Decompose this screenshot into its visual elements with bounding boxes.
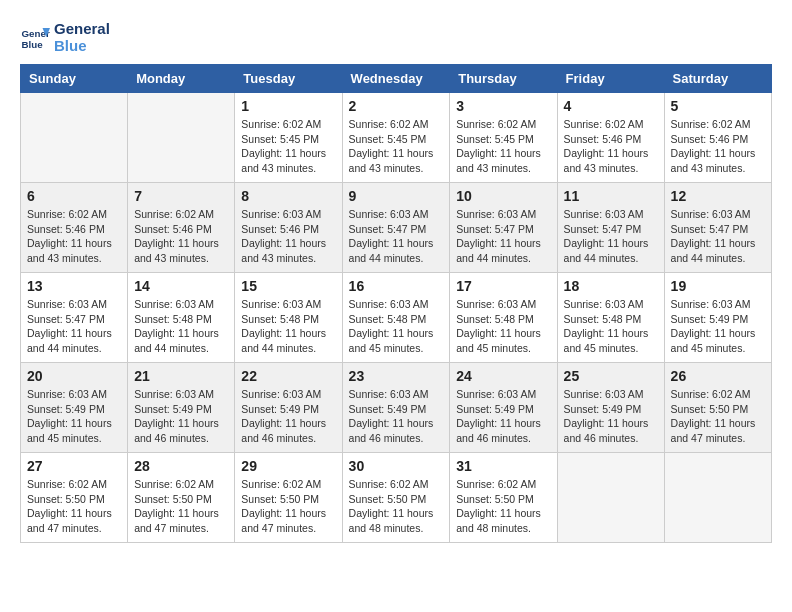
day-info: Sunrise: 6:02 AM Sunset: 5:45 PM Dayligh…: [241, 117, 335, 176]
logo: General Blue General Blue: [20, 20, 110, 54]
day-info: Sunrise: 6:03 AM Sunset: 5:49 PM Dayligh…: [134, 387, 228, 446]
day-number: 1: [241, 98, 335, 114]
calendar-cell: 25Sunrise: 6:03 AM Sunset: 5:49 PM Dayli…: [557, 363, 664, 453]
day-info: Sunrise: 6:02 AM Sunset: 5:50 PM Dayligh…: [134, 477, 228, 536]
day-info: Sunrise: 6:03 AM Sunset: 5:49 PM Dayligh…: [671, 297, 765, 356]
day-info: Sunrise: 6:03 AM Sunset: 5:47 PM Dayligh…: [27, 297, 121, 356]
day-info: Sunrise: 6:02 AM Sunset: 5:45 PM Dayligh…: [349, 117, 444, 176]
weekday-header-thursday: Thursday: [450, 65, 557, 93]
logo-blue: Blue: [54, 37, 110, 54]
calendar-cell: 5Sunrise: 6:02 AM Sunset: 5:46 PM Daylig…: [664, 93, 771, 183]
calendar-week-row: 13Sunrise: 6:03 AM Sunset: 5:47 PM Dayli…: [21, 273, 772, 363]
day-number: 7: [134, 188, 228, 204]
day-number: 21: [134, 368, 228, 384]
calendar-cell: 6Sunrise: 6:02 AM Sunset: 5:46 PM Daylig…: [21, 183, 128, 273]
calendar-cell: 8Sunrise: 6:03 AM Sunset: 5:46 PM Daylig…: [235, 183, 342, 273]
day-info: Sunrise: 6:02 AM Sunset: 5:50 PM Dayligh…: [671, 387, 765, 446]
day-number: 14: [134, 278, 228, 294]
day-number: 30: [349, 458, 444, 474]
day-info: Sunrise: 6:03 AM Sunset: 5:48 PM Dayligh…: [349, 297, 444, 356]
day-number: 12: [671, 188, 765, 204]
day-info: Sunrise: 6:02 AM Sunset: 5:50 PM Dayligh…: [241, 477, 335, 536]
day-number: 31: [456, 458, 550, 474]
calendar-cell: 19Sunrise: 6:03 AM Sunset: 5:49 PM Dayli…: [664, 273, 771, 363]
calendar-cell: 4Sunrise: 6:02 AM Sunset: 5:46 PM Daylig…: [557, 93, 664, 183]
svg-text:Blue: Blue: [22, 39, 44, 50]
calendar-cell: 12Sunrise: 6:03 AM Sunset: 5:47 PM Dayli…: [664, 183, 771, 273]
calendar-cell: 14Sunrise: 6:03 AM Sunset: 5:48 PM Dayli…: [128, 273, 235, 363]
day-number: 11: [564, 188, 658, 204]
calendar-cell: 20Sunrise: 6:03 AM Sunset: 5:49 PM Dayli…: [21, 363, 128, 453]
day-info: Sunrise: 6:03 AM Sunset: 5:48 PM Dayligh…: [564, 297, 658, 356]
day-info: Sunrise: 6:02 AM Sunset: 5:46 PM Dayligh…: [134, 207, 228, 266]
day-number: 20: [27, 368, 121, 384]
logo-general: General: [54, 20, 110, 37]
calendar-week-row: 1Sunrise: 6:02 AM Sunset: 5:45 PM Daylig…: [21, 93, 772, 183]
day-number: 10: [456, 188, 550, 204]
calendar-week-row: 6Sunrise: 6:02 AM Sunset: 5:46 PM Daylig…: [21, 183, 772, 273]
day-number: 5: [671, 98, 765, 114]
day-info: Sunrise: 6:02 AM Sunset: 5:50 PM Dayligh…: [27, 477, 121, 536]
day-info: Sunrise: 6:03 AM Sunset: 5:48 PM Dayligh…: [241, 297, 335, 356]
calendar-cell: 10Sunrise: 6:03 AM Sunset: 5:47 PM Dayli…: [450, 183, 557, 273]
day-number: 9: [349, 188, 444, 204]
day-info: Sunrise: 6:03 AM Sunset: 5:47 PM Dayligh…: [456, 207, 550, 266]
calendar-week-row: 20Sunrise: 6:03 AM Sunset: 5:49 PM Dayli…: [21, 363, 772, 453]
calendar-cell: 11Sunrise: 6:03 AM Sunset: 5:47 PM Dayli…: [557, 183, 664, 273]
calendar-cell: 22Sunrise: 6:03 AM Sunset: 5:49 PM Dayli…: [235, 363, 342, 453]
weekday-header-tuesday: Tuesday: [235, 65, 342, 93]
page-header: General Blue General Blue: [20, 20, 772, 54]
day-number: 19: [671, 278, 765, 294]
day-info: Sunrise: 6:03 AM Sunset: 5:49 PM Dayligh…: [456, 387, 550, 446]
calendar-cell: 9Sunrise: 6:03 AM Sunset: 5:47 PM Daylig…: [342, 183, 450, 273]
day-info: Sunrise: 6:03 AM Sunset: 5:46 PM Dayligh…: [241, 207, 335, 266]
day-number: 6: [27, 188, 121, 204]
day-info: Sunrise: 6:03 AM Sunset: 5:47 PM Dayligh…: [671, 207, 765, 266]
calendar-cell: 2Sunrise: 6:02 AM Sunset: 5:45 PM Daylig…: [342, 93, 450, 183]
calendar-cell: 17Sunrise: 6:03 AM Sunset: 5:48 PM Dayli…: [450, 273, 557, 363]
day-number: 22: [241, 368, 335, 384]
day-number: 13: [27, 278, 121, 294]
calendar-cell: 29Sunrise: 6:02 AM Sunset: 5:50 PM Dayli…: [235, 453, 342, 543]
logo-icon: General Blue: [20, 22, 50, 52]
calendar-cell: 16Sunrise: 6:03 AM Sunset: 5:48 PM Dayli…: [342, 273, 450, 363]
day-info: Sunrise: 6:03 AM Sunset: 5:49 PM Dayligh…: [27, 387, 121, 446]
calendar-cell: 18Sunrise: 6:03 AM Sunset: 5:48 PM Dayli…: [557, 273, 664, 363]
day-number: 4: [564, 98, 658, 114]
weekday-header-sunday: Sunday: [21, 65, 128, 93]
calendar-cell: 7Sunrise: 6:02 AM Sunset: 5:46 PM Daylig…: [128, 183, 235, 273]
day-info: Sunrise: 6:02 AM Sunset: 5:46 PM Dayligh…: [564, 117, 658, 176]
calendar-cell: 1Sunrise: 6:02 AM Sunset: 5:45 PM Daylig…: [235, 93, 342, 183]
day-number: 23: [349, 368, 444, 384]
day-number: 25: [564, 368, 658, 384]
day-info: Sunrise: 6:03 AM Sunset: 5:49 PM Dayligh…: [241, 387, 335, 446]
calendar-header-row: SundayMondayTuesdayWednesdayThursdayFrid…: [21, 65, 772, 93]
day-info: Sunrise: 6:02 AM Sunset: 5:46 PM Dayligh…: [27, 207, 121, 266]
day-number: 24: [456, 368, 550, 384]
calendar-cell: 13Sunrise: 6:03 AM Sunset: 5:47 PM Dayli…: [21, 273, 128, 363]
day-info: Sunrise: 6:03 AM Sunset: 5:47 PM Dayligh…: [564, 207, 658, 266]
weekday-header-monday: Monday: [128, 65, 235, 93]
day-info: Sunrise: 6:03 AM Sunset: 5:48 PM Dayligh…: [134, 297, 228, 356]
calendar-cell: [557, 453, 664, 543]
day-info: Sunrise: 6:03 AM Sunset: 5:49 PM Dayligh…: [564, 387, 658, 446]
calendar-cell: 15Sunrise: 6:03 AM Sunset: 5:48 PM Dayli…: [235, 273, 342, 363]
calendar-cell: 23Sunrise: 6:03 AM Sunset: 5:49 PM Dayli…: [342, 363, 450, 453]
day-number: 27: [27, 458, 121, 474]
day-info: Sunrise: 6:02 AM Sunset: 5:50 PM Dayligh…: [456, 477, 550, 536]
day-number: 17: [456, 278, 550, 294]
weekday-header-saturday: Saturday: [664, 65, 771, 93]
calendar-cell: 21Sunrise: 6:03 AM Sunset: 5:49 PM Dayli…: [128, 363, 235, 453]
calendar-cell: 26Sunrise: 6:02 AM Sunset: 5:50 PM Dayli…: [664, 363, 771, 453]
calendar-cell: 27Sunrise: 6:02 AM Sunset: 5:50 PM Dayli…: [21, 453, 128, 543]
day-info: Sunrise: 6:03 AM Sunset: 5:48 PM Dayligh…: [456, 297, 550, 356]
calendar-cell: [128, 93, 235, 183]
day-info: Sunrise: 6:03 AM Sunset: 5:47 PM Dayligh…: [349, 207, 444, 266]
day-number: 16: [349, 278, 444, 294]
day-info: Sunrise: 6:03 AM Sunset: 5:49 PM Dayligh…: [349, 387, 444, 446]
day-info: Sunrise: 6:02 AM Sunset: 5:45 PM Dayligh…: [456, 117, 550, 176]
day-info: Sunrise: 6:02 AM Sunset: 5:50 PM Dayligh…: [349, 477, 444, 536]
day-number: 18: [564, 278, 658, 294]
day-number: 28: [134, 458, 228, 474]
day-number: 15: [241, 278, 335, 294]
